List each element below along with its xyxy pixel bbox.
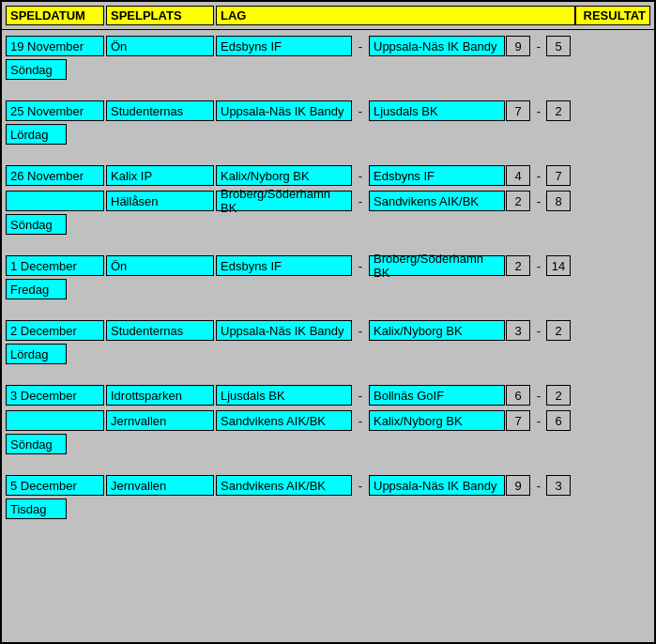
game-venue: Ön (106, 255, 214, 276)
game-venue: Jernvallen (106, 410, 214, 431)
game-team2: Uppsala-Näs IK Bandy (369, 475, 505, 496)
table-row: 19 NovemberÖnEdsbyns IF-Uppsala-Näs IK B… (6, 34, 650, 58)
game-score2: 5 (546, 36, 571, 56)
day-row: Söndag (6, 214, 650, 235)
game-group: 26 NovemberKalix IPKalix/Nyborg BK-Edsby… (6, 163, 650, 250)
game-separator: - (354, 104, 367, 118)
content-area: 19 NovemberÖnEdsbyns IF-Uppsala-Näs IK B… (2, 30, 654, 542)
game-team1: Sandvikens AIK/BK (216, 410, 352, 431)
game-group: 1 DecemberÖnEdsbyns IF-Broberg/Söderhamn… (6, 253, 650, 314)
game-date: 3 December (6, 385, 104, 406)
game-team2: Kalix/Nyborg BK (369, 320, 505, 341)
game-group: 3 DecemberIdrottsparkenLjusdals BK-Bolln… (6, 383, 650, 469)
score-separator: - (532, 389, 545, 403)
header-speldatum: SPELDATUM (6, 6, 104, 25)
game-score1: 2 (506, 191, 530, 211)
game-separator: - (354, 194, 367, 208)
game-date: 26 November (6, 165, 104, 186)
score-separator: - (532, 479, 545, 493)
day-row: Söndag (6, 434, 650, 454)
game-score2: 14 (546, 255, 571, 276)
score-separator: - (532, 259, 545, 273)
score-separator: - (532, 169, 545, 183)
game-day: Söndag (6, 214, 67, 235)
table-row: 25 NovemberStudenternasUppsala-Näs IK Ba… (6, 99, 650, 123)
game-separator: - (354, 389, 367, 403)
game-team1: Edsbyns IF (216, 255, 352, 276)
table-row: 3 DecemberIdrottsparkenLjusdals BK-Bolln… (6, 383, 650, 407)
score-separator: - (532, 194, 545, 208)
game-day: Söndag (6, 434, 67, 454)
main-container: SPELDATUM SPELPLATS LAG RESULTAT 19 Nove… (0, 0, 656, 644)
game-team2: Uppsala-Näs IK Bandy (369, 36, 505, 56)
game-day: Lördag (6, 344, 67, 364)
game-team2: Ljusdals BK (369, 100, 505, 121)
row-spacer (6, 82, 650, 95)
header-resultat: RESULTAT (575, 6, 650, 25)
header-spelplats: SPELPLATS (106, 6, 214, 25)
game-separator: - (354, 324, 367, 338)
day-row: Lördag (6, 124, 650, 145)
game-date: 5 December (6, 475, 104, 496)
game-venue: Studenternas (106, 320, 214, 341)
table-row: 5 DecemberJernvallenSandvikens AIK/BK-Up… (6, 473, 650, 498)
table-row: HällåsenBroberg/Söderhamn BK-Sandvikens … (6, 189, 650, 213)
game-score1: 4 (506, 165, 530, 186)
game-team1: Ljusdals BK (216, 385, 352, 406)
row-spacer (6, 146, 650, 160)
game-group: 2 DecemberStudenternasUppsala-Näs IK Ban… (6, 318, 650, 379)
game-separator: - (354, 39, 367, 54)
game-score1: 9 (506, 475, 530, 496)
game-date (6, 191, 104, 211)
game-team2: Sandvikens AIK/BK (369, 191, 505, 211)
score-separator: - (532, 324, 545, 338)
game-date: 25 November (6, 100, 104, 121)
game-score1: 9 (506, 36, 530, 56)
game-team2: Broberg/Söderhamn BK (369, 255, 505, 276)
day-row: Söndag (6, 59, 650, 80)
table-row: 26 NovemberKalix IPKalix/Nyborg BK-Edsby… (6, 163, 650, 188)
header-row: SPELDATUM SPELPLATS LAG RESULTAT (2, 2, 654, 30)
game-separator: - (354, 479, 367, 493)
game-date: 1 December (6, 255, 104, 276)
row-spacer (6, 456, 650, 469)
game-team1: Uppsala-Näs IK Bandy (216, 100, 352, 121)
game-score2: 2 (546, 320, 571, 341)
row-spacer (6, 366, 650, 379)
day-row: Fredag (6, 279, 650, 299)
game-separator: - (354, 169, 367, 183)
score-separator: - (532, 104, 545, 118)
game-score2: 2 (546, 385, 571, 406)
game-date (6, 410, 104, 431)
game-date: 19 November (6, 36, 104, 56)
game-venue: Hällåsen (106, 191, 214, 211)
game-team1: Sandvikens AIK/BK (216, 475, 352, 496)
game-venue: Kalix IP (106, 165, 214, 186)
game-venue: Jernvallen (106, 475, 214, 496)
header-lag: LAG (216, 6, 575, 25)
game-venue: Idrottsparken (106, 385, 214, 406)
game-day: Fredag (6, 279, 67, 299)
game-separator: - (354, 414, 367, 428)
game-score2: 7 (546, 165, 571, 186)
game-group: 19 NovemberÖnEdsbyns IF-Uppsala-Näs IK B… (6, 34, 650, 95)
game-score2: 3 (546, 475, 571, 496)
game-team1: Kalix/Nyborg BK (216, 165, 352, 186)
game-team1: Edsbyns IF (216, 36, 352, 56)
game-score2: 8 (546, 191, 571, 211)
game-team2: Kalix/Nyborg BK (369, 410, 505, 431)
game-team2: Edsbyns IF (369, 165, 505, 186)
row-spacer (6, 237, 650, 250)
row-spacer (6, 521, 650, 534)
game-group: 25 NovemberStudenternasUppsala-Näs IK Ba… (6, 99, 650, 160)
game-day: Söndag (6, 59, 67, 80)
game-score1: 3 (506, 320, 530, 341)
game-score1: 7 (506, 410, 530, 431)
table-row: 2 DecemberStudenternasUppsala-Näs IK Ban… (6, 318, 650, 343)
game-score2: 2 (546, 100, 571, 121)
game-team2: Bollnäs GoIF (369, 385, 505, 406)
game-score1: 6 (506, 385, 530, 406)
game-day: Lördag (6, 124, 67, 145)
game-score2: 6 (546, 410, 571, 431)
game-team1: Uppsala-Näs IK Bandy (216, 320, 352, 341)
